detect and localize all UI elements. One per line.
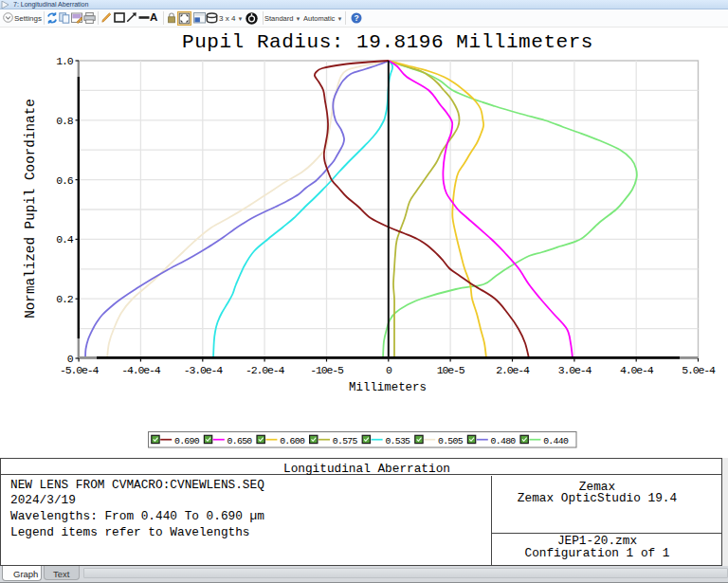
svg-text:-2.0e-4: -2.0e-4	[246, 364, 285, 376]
svg-text:0.575: 0.575	[333, 436, 358, 446]
svg-text:0.6: 0.6	[56, 174, 74, 187]
svg-text:1.0: 1.0	[56, 55, 74, 67]
svg-text:0.535: 0.535	[385, 436, 410, 446]
svg-text:2.0e-4: 2.0e-4	[496, 364, 530, 376]
svg-text:10e-5: 10e-5	[437, 364, 465, 376]
svg-text:0.600: 0.600	[280, 436, 305, 446]
svg-text:-3.0e-4: -3.0e-4	[184, 364, 224, 376]
svg-text:0.4: 0.4	[56, 233, 74, 246]
svg-text:0.650: 0.650	[228, 436, 253, 446]
svg-text:-5.0e-4: -5.0e-4	[60, 364, 100, 376]
svg-text:Millimeters: Millimeters	[349, 381, 427, 394]
svg-text:0.480: 0.480	[491, 436, 517, 446]
svg-text:0.8: 0.8	[56, 115, 74, 127]
svg-text:0: 0	[386, 364, 392, 376]
svg-text:5.0e-4: 5.0e-4	[682, 364, 716, 376]
svg-text:0.2: 0.2	[56, 293, 74, 305]
svg-text:Pupil Radius: 19.8196 Millimet: Pupil Radius: 19.8196 Millimeters	[182, 31, 593, 53]
svg-text:0.440: 0.440	[543, 436, 569, 446]
svg-text:Normalized Pupil Coordinate: Normalized Pupil Coordinate	[23, 99, 38, 319]
svg-text:-4.0e-4: -4.0e-4	[121, 364, 161, 376]
svg-text:4.0e-4: 4.0e-4	[620, 364, 654, 376]
svg-text:-10e-5: -10e-5	[310, 364, 344, 376]
svg-text:0.690: 0.690	[174, 436, 200, 446]
svg-text:3.0e-4: 3.0e-4	[558, 364, 592, 376]
svg-text:?: ?	[354, 13, 358, 23]
svg-text:0.505: 0.505	[438, 436, 464, 446]
